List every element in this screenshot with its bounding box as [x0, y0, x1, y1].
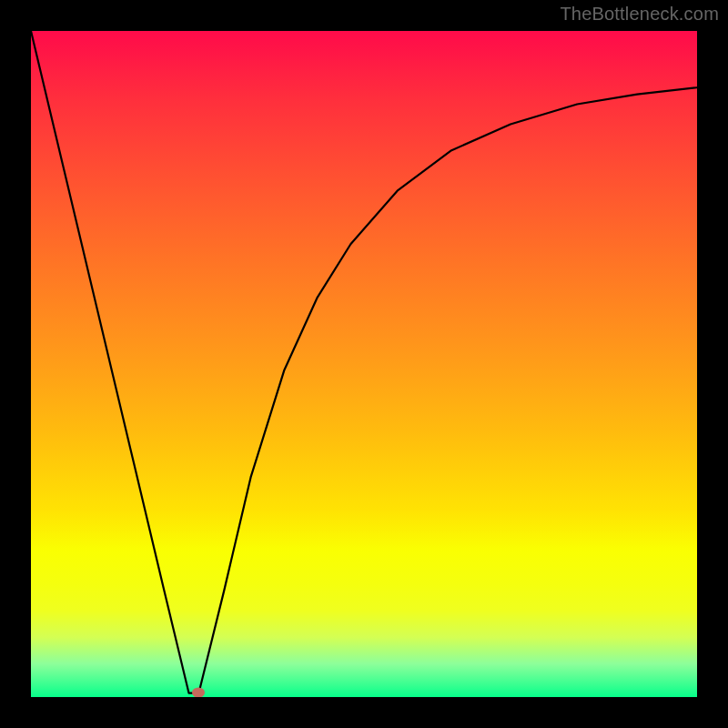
optimal-point-marker	[192, 687, 205, 697]
curve-svg	[31, 31, 697, 697]
bottleneck-curve	[31, 31, 697, 693]
watermark-text: TheBottleneck.com	[560, 4, 719, 25]
plot-area	[31, 31, 697, 697]
chart-frame: TheBottleneck.com	[0, 0, 728, 728]
